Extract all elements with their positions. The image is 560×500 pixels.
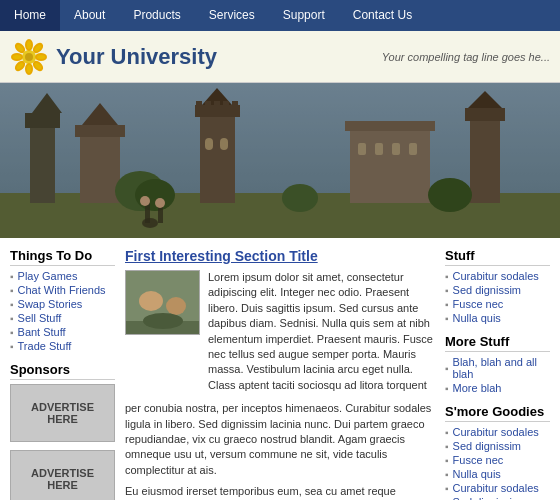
nav-item-contact-us[interactable]: Contact Us <box>339 0 426 31</box>
trade-link[interactable]: Trade Stuff <box>18 340 72 352</box>
smore-goodies-title: S'more Goodies <box>445 404 550 422</box>
list-item: Fusce nec <box>445 454 550 466</box>
svg-point-2 <box>26 64 32 74</box>
swap-link[interactable]: Swap Stories <box>18 298 83 310</box>
play-games-link[interactable]: Play Games <box>18 270 78 282</box>
sidebar-left: Things To Do Play Games Chat With Friend… <box>10 248 115 500</box>
article-text-short: Lorem ipsum dolor sit amet, consectetur … <box>208 270 435 393</box>
svg-point-48 <box>139 291 163 311</box>
sponsors-title: Sponsors <box>10 362 115 380</box>
hero-image <box>0 83 560 238</box>
article-title: First Interesting Section Title <box>125 248 435 264</box>
article-body: Lorem ipsum dolor sit amet, consectetur … <box>125 270 435 393</box>
more-stuff-title: More Stuff <box>445 334 550 352</box>
smore-link-5[interactable]: Curabitur sodales <box>453 482 539 494</box>
university-logo <box>10 38 48 76</box>
content-area: Things To Do Play Games Chat With Friend… <box>0 238 560 500</box>
more-stuff-list: Blah, blah and all blah More blah <box>445 356 550 394</box>
nav-item-services[interactable]: Services <box>195 0 269 31</box>
svg-point-1 <box>26 40 32 50</box>
ad-box-1[interactable]: ADVERTISEHERE <box>10 384 115 442</box>
smore-link-6[interactable]: Sed dignissim <box>453 496 521 500</box>
nav-item-home[interactable]: Home <box>0 0 60 31</box>
site-tagline: Your compelling tag line goes he... <box>382 51 550 63</box>
main-content: First Interesting Section Title Lorem ip… <box>125 248 435 500</box>
svg-point-49 <box>166 297 186 315</box>
chat-link[interactable]: Chat With Friends <box>18 284 106 296</box>
svg-point-3 <box>12 54 22 60</box>
main-nav: HomeAboutProductsServicesSupportContact … <box>0 0 560 31</box>
smore-goodies-list: Curabitur sodales Sed dignissim Fusce ne… <box>445 426 550 500</box>
more-stuff-link-2[interactable]: More blah <box>453 382 502 394</box>
list-item: Chat With Friends <box>10 284 115 296</box>
smore-link-4[interactable]: Nulla quis <box>453 468 501 480</box>
list-item: Sell Stuff <box>10 312 115 324</box>
stuff-title: Stuff <box>445 248 550 266</box>
list-item: Curabitur sodales <box>445 482 550 494</box>
svg-point-5 <box>14 42 25 53</box>
site-header: Your University Your compelling tag line… <box>0 31 560 83</box>
nav-item-support[interactable]: Support <box>269 0 339 31</box>
stuff-link-1[interactable]: Curabitur sodales <box>453 270 539 282</box>
list-item: Curabitur sodales <box>445 426 550 438</box>
sidebar-right: Stuff Curabitur sodales Sed dignissim Fu… <box>445 248 550 500</box>
list-item: Nulla quis <box>445 312 550 324</box>
things-to-do-title: Things To Do <box>10 248 115 266</box>
stuff-link-4[interactable]: Nulla quis <box>453 312 501 324</box>
smore-link-1[interactable]: Curabitur sodales <box>453 426 539 438</box>
stuff-link-3[interactable]: Fusce nec <box>453 298 504 310</box>
list-item: Sed dignissim <box>445 440 550 452</box>
list-item: Sed dignissim <box>445 496 550 500</box>
site-title: Your University <box>56 44 382 70</box>
nav-item-products[interactable]: Products <box>119 0 194 31</box>
smore-link-2[interactable]: Sed dignissim <box>453 440 521 452</box>
svg-point-6 <box>32 42 43 53</box>
list-item: Curabitur sodales <box>445 270 550 282</box>
article-image <box>125 270 200 335</box>
stuff-list: Curabitur sodales Sed dignissim Fusce ne… <box>445 270 550 324</box>
svg-point-10 <box>25 53 33 61</box>
list-item: Nulla quis <box>445 468 550 480</box>
list-item: Swap Stories <box>10 298 115 310</box>
ad-box-2[interactable]: ADVERTISEHERE <box>10 450 115 500</box>
stuff-link-2[interactable]: Sed dignissim <box>453 284 521 296</box>
more-stuff-link-1[interactable]: Blah, blah and all blah <box>453 356 550 380</box>
article-text-p3: Eu eiusmod irerset temporibus eum, sea c… <box>125 484 435 500</box>
svg-point-4 <box>36 54 46 60</box>
list-item: Sed dignissim <box>445 284 550 296</box>
svg-point-51 <box>143 313 183 329</box>
things-to-do-list: Play Games Chat With Friends Swap Storie… <box>10 270 115 352</box>
list-item: Trade Stuff <box>10 340 115 352</box>
svg-point-8 <box>32 60 43 71</box>
nav-item-about[interactable]: About <box>60 0 119 31</box>
list-item: Fusce nec <box>445 298 550 310</box>
list-item: Bant Stuff <box>10 326 115 338</box>
svg-point-7 <box>14 60 25 71</box>
sell-link[interactable]: Sell Stuff <box>18 312 62 324</box>
list-item: More blah <box>445 382 550 394</box>
list-item: Play Games <box>10 270 115 282</box>
smore-link-3[interactable]: Fusce nec <box>453 454 504 466</box>
article-text-p2: per conubia nostra, per inceptos himenae… <box>125 401 435 478</box>
list-item: Blah, blah and all blah <box>445 356 550 380</box>
bant-link[interactable]: Bant Stuff <box>18 326 66 338</box>
